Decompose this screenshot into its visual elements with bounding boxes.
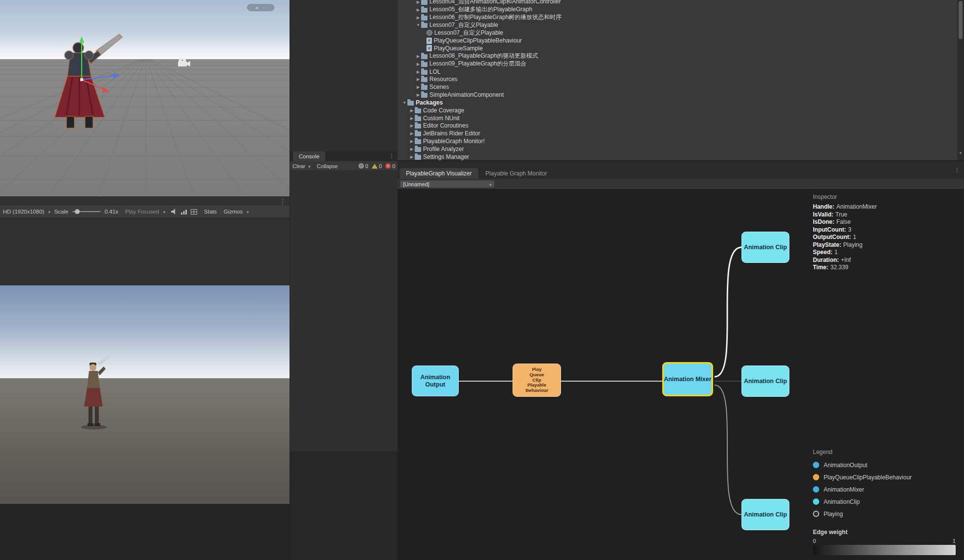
tree-item[interactable]: LOL xyxy=(398,68,964,76)
chevron-down-icon[interactable] xyxy=(247,209,249,215)
chevron-right-icon[interactable] xyxy=(415,69,421,74)
folder-icon xyxy=(421,70,427,75)
chevron-right-icon[interactable] xyxy=(409,116,415,121)
tree-item[interactable]: Lesson08_PlayableGraph的驱动更新模式 xyxy=(398,52,964,60)
metrics-icon[interactable] xyxy=(181,209,187,215)
tree-item[interactable]: Custom NUnit xyxy=(398,114,964,122)
scrollbar-down-icon[interactable] xyxy=(957,151,964,155)
scene-overlay-toggle[interactable] xyxy=(247,4,274,11)
aspect-ratio-dropdown[interactable]: HD (1920x1080) xyxy=(3,209,44,215)
console-log-list[interactable] xyxy=(290,171,398,452)
game-letterbox-bottom xyxy=(0,504,290,560)
folder-icon xyxy=(421,62,427,67)
edge-weight-widget: Edge weight 0 1 xyxy=(813,529,956,555)
tab-playable-graph-monitor[interactable]: Playable Graph Monitor xyxy=(479,168,554,179)
transform-gizmo[interactable] xyxy=(43,28,126,97)
chevron-down-icon[interactable] xyxy=(308,163,311,169)
tree-item[interactable]: Scenes xyxy=(398,83,964,91)
toolbar-divider xyxy=(314,163,314,169)
grid-icon[interactable] xyxy=(191,209,197,215)
info-count-toggle[interactable]: 0 xyxy=(359,163,368,169)
chevron-right-icon[interactable] xyxy=(409,123,415,128)
tree-item[interactable]: Resources xyxy=(398,75,964,83)
graph-canvas[interactable]: Animation Output Play Queue Clip Playabl… xyxy=(398,190,964,560)
scale-label: Scale xyxy=(54,209,68,215)
play-focused-dropdown[interactable]: Play Focused xyxy=(125,209,159,215)
collapse-button[interactable]: Collapse xyxy=(317,163,338,169)
game-viewport[interactable] xyxy=(0,285,290,504)
folder-icon xyxy=(415,124,421,129)
node-animation-clip-top[interactable]: Animation Clip xyxy=(741,232,789,263)
panel-menu-icon[interactable] xyxy=(389,153,395,159)
chevron-right-icon[interactable] xyxy=(409,154,415,159)
camera-gizmo-icon[interactable] xyxy=(177,58,192,67)
chevron-right-icon[interactable] xyxy=(409,131,415,136)
stats-button[interactable]: Stats xyxy=(204,209,217,215)
error-count-toggle[interactable]: 0 xyxy=(385,163,395,169)
chevron-right-icon[interactable] xyxy=(415,62,421,66)
chevron-down-icon[interactable] xyxy=(163,209,166,215)
node-playqueue-behaviour[interactable]: Play Queue Clip Playable Behaviour xyxy=(513,364,561,397)
chevron-right-icon[interactable] xyxy=(415,54,421,59)
tree-item[interactable]: Editor Coroutines xyxy=(398,122,964,130)
legend-item: Playing xyxy=(813,508,912,520)
tree-item[interactable]: Code Coverage xyxy=(398,107,964,114)
tab-console[interactable]: Console xyxy=(293,151,325,161)
project-scrollbar[interactable] xyxy=(957,0,964,161)
scale-slider[interactable] xyxy=(72,209,101,214)
tree-item[interactable]: Lesson05_创建多输出的PlayableGraph xyxy=(398,6,964,14)
clear-button[interactable]: Clear xyxy=(292,163,305,169)
chevron-down-icon[interactable] xyxy=(402,100,407,105)
tree-item-packages[interactable]: Packages xyxy=(398,99,964,107)
tree-item[interactable]: Lesson09_PlayableGraph的分层混合 xyxy=(398,60,964,68)
tree-item[interactable]: Lesson04_混合AnimationClip和AnimatorControl… xyxy=(398,0,964,6)
edge-weight-min: 0 xyxy=(813,538,816,544)
tree-item[interactable]: Lesson07_自定义Playable xyxy=(398,22,964,29)
folder-icon xyxy=(421,54,427,59)
error-icon xyxy=(385,163,391,169)
game-view-tabstrip xyxy=(0,196,290,206)
chevron-right-icon[interactable] xyxy=(415,85,421,89)
game-letterbox-top xyxy=(0,218,290,285)
node-animation-mixer[interactable]: Animation Mixer xyxy=(662,362,713,396)
scene-viewport[interactable] xyxy=(0,0,290,196)
tree-item[interactable]: JetBrains Rider Editor xyxy=(398,129,964,137)
project-tree: Lesson04_混合AnimationClip和AnimatorControl… xyxy=(398,0,964,161)
slider-knob[interactable] xyxy=(75,209,80,214)
folder-icon xyxy=(421,93,427,98)
chevron-right-icon[interactable] xyxy=(409,139,415,144)
panel-menu-icon[interactable] xyxy=(954,167,960,173)
node-animation-clip-middle[interactable]: Animation Clip xyxy=(741,366,789,397)
tree-item[interactable]: PlayQueueSample xyxy=(398,44,964,52)
node-animation-output[interactable]: Animation Output xyxy=(412,366,459,396)
mute-audio-icon[interactable] xyxy=(171,209,177,215)
warning-count-toggle[interactable]: 0 xyxy=(372,163,382,169)
chevron-right-icon[interactable] xyxy=(415,0,421,4)
chevron-right-icon[interactable] xyxy=(409,108,415,113)
chevron-right-icon[interactable] xyxy=(415,92,421,97)
chevron-down-icon xyxy=(489,181,492,187)
chevron-down-icon[interactable] xyxy=(415,22,421,27)
tree-item[interactable]: Lesson07_自定义Playable xyxy=(398,29,964,37)
graph-selector-dropdown[interactable]: [Unnamed] xyxy=(400,180,495,188)
chevron-right-icon[interactable] xyxy=(415,77,421,82)
chevron-right-icon[interactable] xyxy=(415,15,421,20)
tree-item[interactable]: Profile Analyzer xyxy=(398,145,964,153)
folder-icon xyxy=(415,131,421,136)
tree-item[interactable]: SimpleAnimationComponent xyxy=(398,91,964,99)
chevron-right-icon[interactable] xyxy=(409,147,415,151)
tree-item[interactable]: PlayQueueClipPlayableBehaviour xyxy=(398,37,964,44)
console-toolbar: Clear Collapse 0 0 0 xyxy=(290,161,398,171)
chevron-right-icon[interactable] xyxy=(415,7,421,12)
scrollbar-thumb[interactable] xyxy=(959,1,963,39)
tab-playablegraph-visualizer[interactable]: PlayableGraph Visualizer xyxy=(400,168,478,179)
unity-asset-icon xyxy=(426,30,432,36)
node-animation-clip-bottom[interactable]: Animation Clip xyxy=(741,499,789,530)
tree-item[interactable]: Settings Manager xyxy=(398,153,964,161)
tree-item[interactable]: PlayableGraph Monitor! xyxy=(398,137,964,145)
panel-menu-icon[interactable] xyxy=(280,198,286,204)
chevron-down-icon[interactable] xyxy=(48,209,50,215)
edge-weight-max: 1 xyxy=(953,538,956,544)
tree-item[interactable]: Lesson06_控制PlayableGraph树的播放状态和时序 xyxy=(398,14,964,22)
gizmos-dropdown[interactable]: Gizmos xyxy=(224,209,243,215)
